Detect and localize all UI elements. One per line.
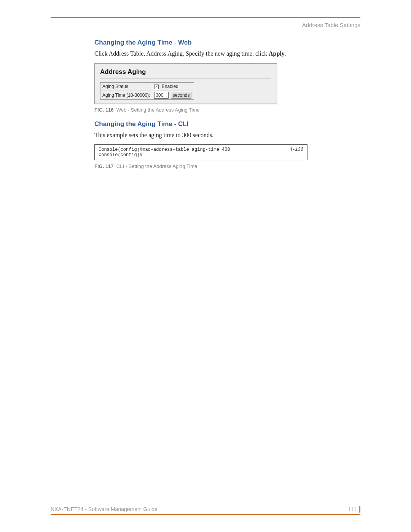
page-footer: NXA-ENET24 - Software Management Guide 1… bbox=[51, 506, 360, 515]
fig116-row-aging-status: Aging Status ✓ Enabled bbox=[100, 82, 194, 91]
figure-116-screenshot: Address Aging Aging Status ✓ Enabled Agi… bbox=[94, 63, 277, 104]
fig116-aging-time-cell: 300 seconds bbox=[152, 91, 194, 99]
body-web-pre: Click Address Table, Address Aging. Spec… bbox=[94, 50, 269, 57]
content-area: Changing the Aging Time - Web Click Addr… bbox=[94, 39, 358, 169]
enabled-checkbox-icon[interactable]: ✓ bbox=[154, 85, 159, 89]
fig116-caption-text: Web - Setting the Address Aging Time bbox=[116, 107, 200, 113]
fig116-aging-status-label: Aging Status bbox=[100, 82, 152, 91]
footer-rule bbox=[51, 514, 360, 515]
fig116-form-table: Aging Status ✓ Enabled Aging Time (10-30… bbox=[100, 82, 194, 100]
fig116-divider bbox=[100, 78, 271, 78]
fig116-row-aging-time: Aging Time (10-30000): 300 seconds bbox=[100, 91, 194, 99]
footer-doc-title: NXA-ENET24 - Software Management Guide bbox=[51, 506, 158, 512]
fig116-aging-status-cell: ✓ Enabled bbox=[152, 82, 194, 91]
cli-line-2: Console(config)# bbox=[99, 152, 303, 158]
header-section-label: Address Table Settings bbox=[51, 22, 360, 28]
fig116-caption: FIG. 116 Web - Setting the Address Aging… bbox=[94, 107, 358, 113]
aging-time-input[interactable]: 300 bbox=[154, 92, 169, 99]
footer-line: NXA-ENET24 - Software Management Guide 1… bbox=[51, 506, 360, 514]
footer-page-number: 111 bbox=[348, 506, 357, 512]
heading-web: Changing the Aging Time - Web bbox=[94, 39, 358, 46]
fig117-caption-text: CLI - Setting the Address Aging Time bbox=[116, 163, 197, 169]
body-cli-instruction: This example sets the aging time to 300 … bbox=[94, 131, 358, 139]
body-web-bold: Apply bbox=[269, 50, 285, 57]
cli-command-1: Console(config)#mac-address-table aging-… bbox=[99, 147, 230, 152]
footer-page-number-wrap: 111 bbox=[348, 506, 360, 513]
body-web-post: . bbox=[285, 50, 286, 57]
cli-reference: 4-136 bbox=[290, 147, 303, 152]
fig117-caption-label: FIG. 117 bbox=[94, 163, 114, 169]
header-rule bbox=[51, 17, 360, 18]
fig116-caption-label: FIG. 116 bbox=[94, 107, 114, 113]
cli-line-1: Console(config)#mac-address-table aging-… bbox=[99, 147, 303, 152]
fig116-aging-time-label: Aging Time (10-30000): bbox=[100, 91, 152, 99]
figure-117-cli-box: Console(config)#mac-address-table aging-… bbox=[94, 144, 307, 160]
fig116-title: Address Aging bbox=[100, 68, 271, 76]
body-web-instruction: Click Address Table, Address Aging. Spec… bbox=[94, 50, 358, 58]
page-container: Address Table Settings Changing the Agin… bbox=[51, 17, 360, 515]
fig116-seconds-label: seconds bbox=[171, 92, 192, 99]
fig116-enabled-text: Enabled bbox=[162, 84, 178, 89]
heading-cli: Changing the Aging Time - CLI bbox=[94, 120, 358, 128]
fig117-caption: FIG. 117 CLI - Setting the Address Aging… bbox=[94, 163, 358, 169]
